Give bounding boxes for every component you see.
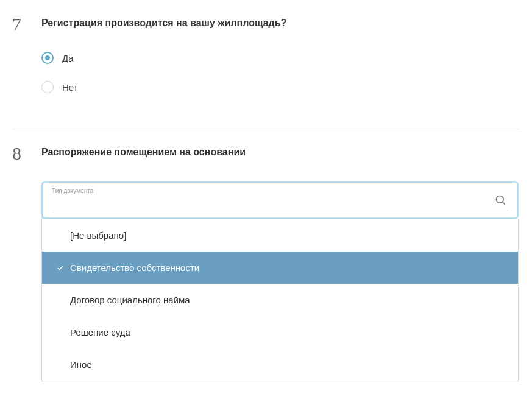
question-8: 8 Распоряжение помещением на основании Т…: [0, 129, 532, 381]
dropdown-option-none[interactable]: [Не выбрано]: [42, 219, 518, 252]
select-container: Тип документа [Не выбрано] Свидетельство…: [12, 181, 520, 381]
dropdown-option-other[interactable]: Иное: [42, 348, 518, 381]
radio-icon: [41, 52, 54, 64]
radio-label: Да: [62, 53, 74, 63]
dropdown-option-court-decision[interactable]: Решение суда: [42, 316, 518, 348]
dropdown-option-label: Свидетельство собственности: [70, 263, 199, 273]
svg-line-1: [503, 202, 505, 204]
dropdown-option-label: Иное: [70, 359, 92, 370]
question-title: Регистрация производится на вашу жилплощ…: [41, 15, 286, 29]
radio-label: Нет: [62, 82, 78, 93]
question-number: 7: [12, 15, 29, 33]
question-header: 8 Распоряжение помещением на основании: [12, 144, 520, 163]
dropdown-option-label: Решение суда: [70, 327, 130, 337]
radio-group: Да Нет: [12, 52, 520, 93]
question-7: 7 Регистрация производится на вашу жилпл…: [0, 0, 532, 129]
dropdown-list: [Не выбрано] Свидетельство собственности…: [41, 219, 519, 381]
select-input[interactable]: Тип документа: [41, 181, 519, 219]
dropdown-option-label: [Не выбрано]: [70, 230, 126, 241]
question-header: 7 Регистрация производится на вашу жилпл…: [12, 15, 520, 33]
dropdown-option-label: Договор социального найма: [70, 295, 190, 305]
search-icon: [495, 194, 507, 206]
dropdown-option-social-rent[interactable]: Договор социального найма: [42, 284, 518, 316]
select-value: [52, 198, 508, 210]
radio-icon: [41, 81, 54, 93]
question-number: 8: [12, 144, 29, 163]
radio-option-yes[interactable]: Да: [41, 52, 520, 64]
check-icon: [57, 264, 64, 272]
radio-option-no[interactable]: Нет: [41, 81, 520, 93]
svg-point-0: [497, 196, 504, 203]
dropdown-option-ownership-cert[interactable]: Свидетельство собственности: [42, 252, 518, 284]
question-title: Распоряжение помещением на основании: [41, 144, 246, 158]
select-label: Тип документа: [52, 188, 508, 194]
